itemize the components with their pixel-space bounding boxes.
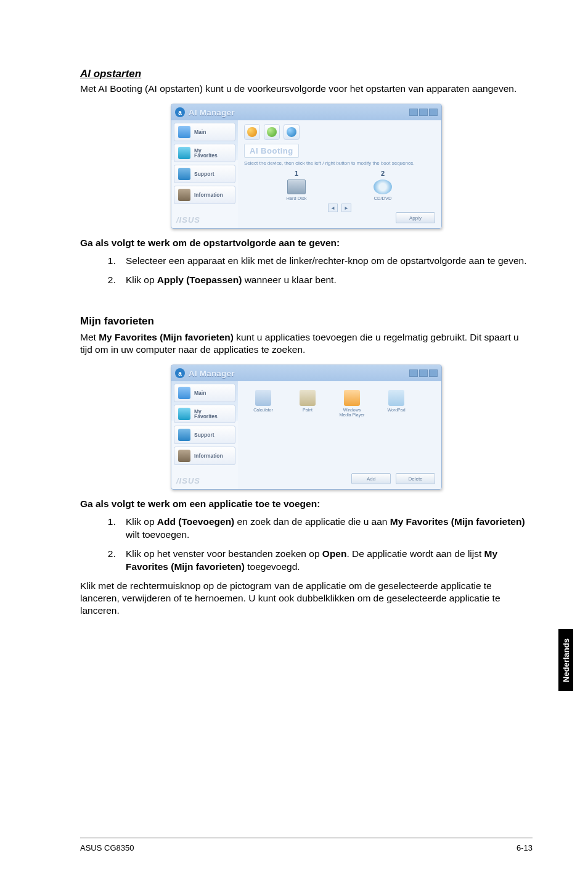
sidebar-item-main[interactable]: Main — [174, 123, 235, 141]
screenshot-ai-booting: a AI Manager Main — [80, 104, 533, 229]
favorites-icon — [178, 408, 190, 420]
instr-title-fav: Ga als volgt te werk om een applicatie t… — [80, 498, 533, 510]
step-1: Selecteer een apparaat en klik met de li… — [118, 255, 533, 268]
sidebar-label: MyFavorites — [194, 148, 218, 159]
app-logo-icon: a — [175, 107, 185, 117]
favorite-app-wmp[interactable]: WindowsMedia Player — [335, 390, 369, 417]
intro-mijn-favorieten: Met My Favorites (Mijn favorieten) kunt … — [80, 331, 533, 356]
tool-button-1[interactable] — [244, 124, 260, 140]
calculator-icon — [255, 390, 271, 406]
outro-mijn-favorieten: Klik met de rechtermuisknop op de pictog… — [80, 580, 533, 617]
boot-device-1[interactable]: 1 Hard Disk — [272, 170, 321, 201]
footer-product: ASUS CG8350 — [80, 843, 134, 852]
step-2: Klik op Apply (Toepassen) wanneer u klaa… — [118, 274, 533, 287]
close-icon[interactable] — [429, 109, 438, 116]
information-icon — [178, 450, 190, 462]
language-tab: Nederlands — [558, 629, 573, 691]
sidebar-item-information[interactable]: Information — [174, 186, 235, 204]
favorite-label: Paint — [291, 408, 324, 413]
support-icon — [178, 429, 190, 441]
delete-button[interactable]: Delete — [396, 473, 435, 484]
panel-title: AI Booting — [244, 144, 299, 158]
intro-ai-opstarten: Met AI Booting (AI opstarten) kunt u de … — [80, 83, 533, 95]
sidebar-item-information[interactable]: Information — [174, 447, 235, 465]
device-order-number: 2 — [358, 170, 407, 177]
sidebar-label: Main — [194, 130, 206, 135]
sidebar-item-favorites[interactable]: MyFavorites — [174, 405, 235, 423]
instr-title-boot: Ga als volgt te werk om de opstartvolgor… — [80, 237, 533, 249]
information-icon — [178, 189, 190, 201]
media-player-icon — [344, 390, 360, 406]
favorite-app-calculator[interactable]: Calculator — [247, 390, 280, 417]
panel-hint: Select the device, then click the left /… — [244, 160, 435, 166]
device-label: Hard Disk — [272, 196, 321, 201]
screenshot-my-favorites: a AI Manager Main — [80, 365, 533, 490]
boot-device-2[interactable]: 2 CD/DVD — [358, 170, 407, 201]
device-label: CD/DVD — [358, 196, 407, 201]
app-logo-icon: a — [175, 368, 185, 378]
sidebar-item-support[interactable]: Support — [174, 165, 235, 183]
move-right-button[interactable]: ► — [341, 204, 351, 212]
dvd-icon — [374, 179, 392, 194]
brand-logo: /ISUS — [171, 209, 238, 228]
heading-mijn-favorieten: Mijn favorieten — [80, 315, 533, 328]
sidebar-label: Support — [194, 432, 214, 438]
window-title: AI Manager — [189, 369, 409, 378]
add-button[interactable]: Add — [351, 473, 391, 484]
step-2: Klik op het venster voor bestanden zoeke… — [118, 548, 533, 574]
sidebar-label: Information — [194, 192, 223, 198]
window-titlebar: a AI Manager — [171, 365, 441, 381]
footer-page-number: 6-13 — [517, 843, 533, 852]
minimize-icon[interactable] — [409, 369, 418, 377]
sidebar-item-support[interactable]: Support — [174, 426, 235, 444]
favorite-app-paint[interactable]: Paint — [291, 390, 324, 417]
sidebar-item-favorites[interactable]: MyFavorites — [174, 144, 235, 162]
move-left-button[interactable]: ◄ — [328, 204, 338, 212]
maximize-icon[interactable] — [419, 369, 428, 377]
paint-icon — [300, 390, 316, 406]
sidebar-label: Information — [194, 453, 223, 459]
sidebar-item-main[interactable]: Main — [174, 384, 235, 402]
support-icon — [178, 168, 190, 180]
maximize-icon[interactable] — [419, 109, 428, 116]
sidebar-label: MyFavorites — [194, 409, 218, 419]
main-icon — [178, 387, 190, 399]
sidebar-label: Support — [194, 171, 214, 177]
device-order-number: 1 — [272, 170, 321, 177]
sidebar-label: Main — [194, 390, 206, 396]
tool-icon — [247, 127, 257, 137]
close-icon[interactable] — [429, 369, 438, 377]
tool-icon — [287, 127, 296, 137]
window-titlebar: a AI Manager — [171, 104, 441, 120]
heading-ai-opstarten: AI opstarten — [80, 68, 533, 80]
step-1: Klik op Add (Toevoegen) en zoek dan de a… — [118, 516, 533, 542]
favorites-icon — [178, 147, 190, 159]
minimize-icon[interactable] — [409, 109, 418, 116]
favorite-label: Calculator — [247, 408, 280, 413]
favorite-label: WordPad — [380, 408, 413, 413]
favorite-app-wordpad[interactable]: WordPad — [380, 390, 413, 417]
wordpad-icon — [388, 390, 404, 406]
window-title: AI Manager — [189, 108, 409, 117]
apply-button[interactable]: Apply — [396, 212, 435, 223]
favorite-label: WindowsMedia Player — [335, 408, 369, 417]
brand-logo: /ISUS — [171, 470, 238, 489]
tool-button-3[interactable] — [284, 124, 300, 140]
tool-icon — [267, 127, 277, 137]
tool-button-2[interactable] — [264, 124, 280, 140]
main-icon — [178, 126, 190, 138]
hard-disk-icon — [287, 179, 306, 194]
